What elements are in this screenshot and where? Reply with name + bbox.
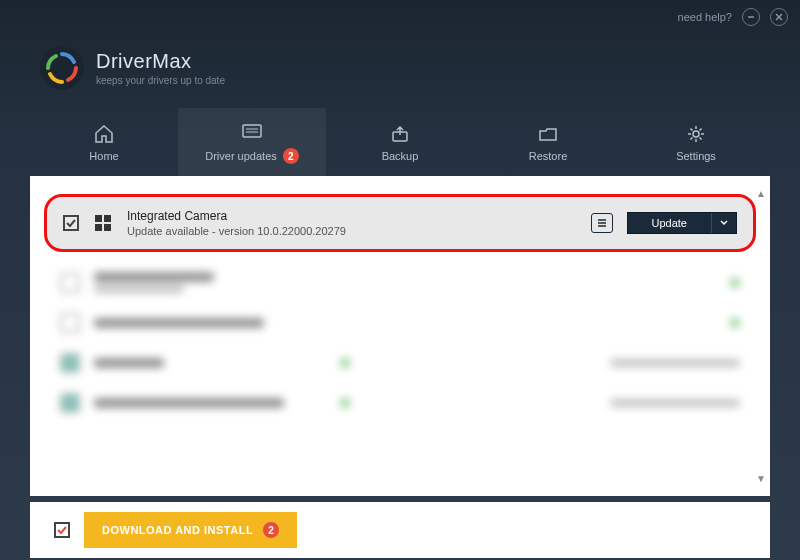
driver-row-blurred <box>30 383 770 423</box>
check-icon <box>66 218 76 228</box>
driver-list: Integrated Camera Update available - ver… <box>30 176 770 496</box>
list-icon <box>596 217 608 229</box>
nav-label: Restore <box>529 150 568 162</box>
windows-icon <box>93 213 113 233</box>
update-button-label: Update <box>628 213 712 233</box>
svg-rect-3 <box>243 125 261 137</box>
scroll-up-icon[interactable]: ▲ <box>756 188 766 199</box>
nav-label: Home <box>89 150 118 162</box>
nav-restore[interactable]: Restore <box>474 108 622 176</box>
logo-icon <box>44 50 80 86</box>
close-button[interactable] <box>770 8 788 26</box>
nav-label: Backup <box>382 150 419 162</box>
download-label: DOWNLOAD AND INSTALL <box>102 524 253 536</box>
update-dropdown[interactable] <box>712 213 736 233</box>
driver-row-blurred <box>30 303 770 343</box>
nav-label: Driver updates <box>205 150 277 162</box>
scrollbar[interactable]: ▲ ▼ <box>754 188 768 484</box>
download-install-button[interactable]: DOWNLOAD AND INSTALL 2 <box>84 512 297 548</box>
download-badge: 2 <box>263 522 279 538</box>
updates-badge: 2 <box>283 148 299 164</box>
chevron-down-icon <box>720 220 728 226</box>
title-bar: need help? <box>0 0 800 34</box>
scroll-down-icon[interactable]: ▼ <box>756 473 766 484</box>
app-tagline: keeps your drivers up to date <box>96 75 225 86</box>
updates-icon <box>241 122 263 142</box>
svg-rect-9 <box>104 215 111 222</box>
nav-settings[interactable]: Settings <box>622 108 770 176</box>
svg-rect-11 <box>104 224 111 231</box>
driver-checkbox[interactable] <box>63 215 79 231</box>
minimize-icon <box>747 13 755 21</box>
driver-row-highlighted[interactable]: Integrated Camera Update available - ver… <box>44 194 756 252</box>
driver-name: Integrated Camera <box>127 209 577 223</box>
driver-row-blurred <box>30 262 770 303</box>
details-button[interactable] <box>591 213 613 233</box>
nav-home[interactable]: Home <box>30 108 178 176</box>
select-all-checkbox[interactable] <box>54 522 70 538</box>
app-title: DriverMax <box>96 50 225 73</box>
header: DriverMax keeps your drivers up to date <box>0 34 800 108</box>
driver-info: Integrated Camera Update available - ver… <box>127 209 577 237</box>
nav-label: Settings <box>676 150 716 162</box>
update-button[interactable]: Update <box>627 212 737 234</box>
restore-icon <box>537 124 559 144</box>
main-nav: Home Driver updates 2 Backup Restore Set… <box>0 108 800 176</box>
backup-icon <box>389 124 411 144</box>
settings-icon <box>685 124 707 144</box>
svg-rect-8 <box>95 215 102 222</box>
app-logo <box>40 46 84 90</box>
home-icon <box>93 124 115 144</box>
brand-text: DriverMax keeps your drivers up to date <box>96 50 225 86</box>
driver-status: Update available - version 10.0.22000.20… <box>127 225 577 237</box>
nav-driver-updates[interactable]: Driver updates 2 <box>178 108 326 176</box>
svg-rect-10 <box>95 224 102 231</box>
help-link[interactable]: need help? <box>678 11 732 23</box>
footer-bar: DOWNLOAD AND INSTALL 2 <box>30 502 770 558</box>
svg-point-7 <box>693 131 699 137</box>
close-icon <box>775 13 783 21</box>
nav-backup[interactable]: Backup <box>326 108 474 176</box>
minimize-button[interactable] <box>742 8 760 26</box>
check-icon <box>57 525 67 535</box>
driver-row-blurred <box>30 343 770 383</box>
